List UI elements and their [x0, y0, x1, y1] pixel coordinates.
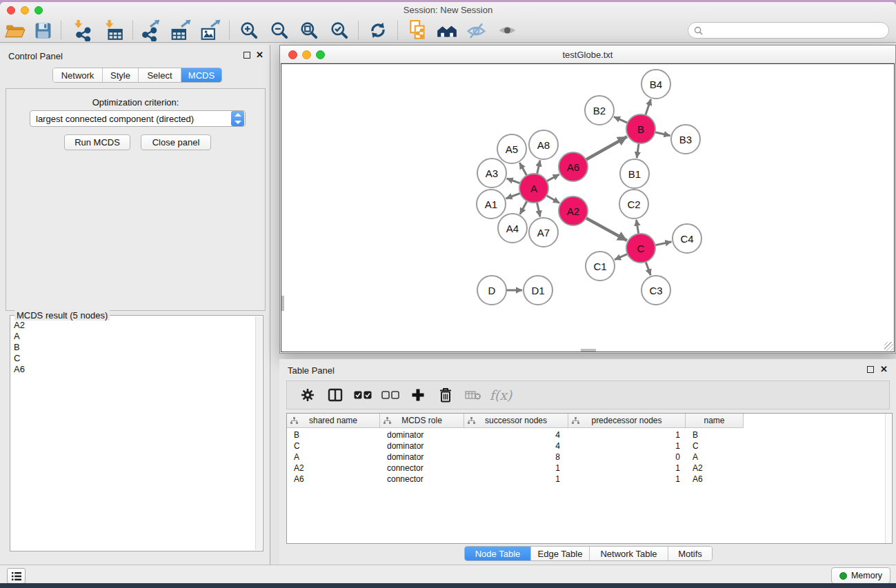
graph-node-label: C [637, 243, 645, 254]
optimization-select[interactable]: largest connected component (directed) [30, 110, 246, 127]
plus-icon [411, 388, 425, 402]
graph-edge[interactable] [614, 116, 629, 123]
mcds-result-item[interactable]: B [14, 342, 263, 353]
column-header[interactable]: MCDS role [380, 414, 464, 428]
graph-edge[interactable] [615, 254, 629, 260]
graph-node-label: C1 [593, 261, 606, 272]
trash-icon [439, 387, 452, 403]
export-network-button[interactable] [139, 19, 162, 41]
graph-edge[interactable] [637, 142, 639, 158]
graph-edge[interactable] [507, 179, 521, 184]
open-file-button[interactable] [3, 19, 27, 41]
zoom-selected-icon [330, 21, 349, 40]
export-table-button[interactable] [169, 19, 192, 41]
save-session-button[interactable] [31, 19, 54, 41]
table-cell: 1 [464, 463, 568, 474]
graph-edge[interactable] [585, 217, 627, 241]
graph-edge[interactable] [545, 195, 559, 203]
table-settings-button[interactable] [294, 383, 321, 407]
graph-edge[interactable] [654, 242, 672, 245]
network-view[interactable]: B4B2BB3A5A8A6A3B1AA1C2A2A4A7C4CC1DD1C3 [281, 63, 895, 352]
function-builder-button[interactable]: f(x) [487, 383, 515, 407]
mcds-result-scrollbar[interactable] [255, 316, 262, 550]
first-neighbors-button[interactable] [435, 19, 459, 41]
graph-edge[interactable] [537, 160, 540, 175]
deselect-all-columns-button[interactable] [377, 383, 404, 407]
mcds-result-item[interactable]: C [14, 353, 263, 364]
delete-table-button[interactable] [459, 383, 487, 407]
tab-edge-table[interactable]: Edge Table [531, 547, 590, 560]
graph-node-label: A2 [567, 205, 579, 217]
tab-network-table[interactable]: Network Table [590, 547, 668, 560]
tab-node-table[interactable]: Node Table [465, 547, 531, 560]
mcds-result-item[interactable]: A [14, 331, 263, 342]
float-panel-icon[interactable] [243, 52, 250, 59]
column-header-label: successor nodes [485, 416, 547, 425]
show-all-button[interactable] [495, 19, 519, 41]
network-window-titlebar[interactable]: testGlobe.txt [280, 45, 895, 63]
table-cell: 1 [568, 429, 686, 440]
graph-edge[interactable] [537, 201, 540, 217]
table-row[interactable]: Cdominator41C [287, 440, 892, 452]
export-image-button[interactable] [199, 19, 222, 41]
zoom-fit-button[interactable] [297, 19, 321, 41]
select-all-columns-button[interactable] [349, 383, 377, 407]
tab-motifs[interactable]: Motifs [668, 547, 712, 560]
column-header[interactable]: predecessor nodes [568, 414, 686, 428]
new-network-from-selection-button[interactable] [406, 19, 430, 41]
column-header[interactable]: shared name [287, 414, 380, 428]
tab-style[interactable]: Style [103, 68, 139, 82]
graph-edge[interactable] [585, 136, 627, 160]
search-input[interactable] [706, 23, 888, 37]
table-cell: A [686, 452, 744, 463]
zoom-in-button[interactable] [237, 19, 261, 41]
close-panel-button[interactable]: Close panel [141, 134, 211, 150]
table-row[interactable]: Bdominator41B [287, 429, 892, 440]
tab-network[interactable]: Network [53, 68, 103, 82]
refresh-button[interactable] [366, 19, 390, 41]
column-header[interactable]: successor nodes [464, 414, 568, 428]
import-table-button[interactable] [102, 19, 126, 41]
table-cell: A6 [287, 474, 380, 485]
table-row[interactable]: A2connector11A2 [287, 463, 892, 474]
birdseye-handle-left[interactable] [281, 296, 284, 311]
delete-columns-button[interactable] [432, 383, 459, 407]
table-row[interactable]: Adominator80A [287, 452, 892, 463]
import-network-button[interactable] [71, 19, 94, 41]
tab-mcds[interactable]: MCDS [181, 68, 221, 82]
show-columns-button[interactable] [321, 383, 349, 407]
zoom-selected-button[interactable] [328, 19, 351, 41]
table-row[interactable]: A6connector11A6 [287, 474, 892, 485]
graph-node-label: C3 [649, 285, 662, 296]
network-canvas[interactable]: B4B2BB3A5A8A6A3B1AA1C2A2A4A7C4CC1DD1C3 [281, 64, 895, 353]
mcds-result-item[interactable]: A6 [14, 364, 263, 375]
zoom-out-button[interactable] [268, 19, 291, 41]
table-scrollbar[interactable] [885, 414, 892, 543]
control-panel-tabs: Network Style Select MCDS [52, 68, 222, 83]
mcds-result-item[interactable]: A2 [14, 320, 263, 331]
graph-node-label: A7 [537, 227, 550, 239]
graph-edge[interactable] [546, 174, 559, 182]
graph-edge[interactable] [506, 193, 522, 199]
create-column-button[interactable] [404, 383, 432, 407]
graph-edge[interactable] [520, 200, 528, 214]
gear-icon [300, 387, 315, 403]
graph-edge[interactable] [645, 261, 650, 275]
open-folder-icon [5, 21, 26, 40]
column-header[interactable]: name [686, 414, 744, 428]
task-history-button[interactable] [7, 568, 26, 583]
graph-edge[interactable] [637, 220, 639, 236]
close-table-panel-icon[interactable]: ✕ [880, 364, 888, 374]
graph-edge[interactable] [519, 163, 527, 176]
graph-edge[interactable] [654, 132, 670, 136]
hide-selected-button[interactable] [464, 19, 488, 41]
resize-grip-icon[interactable] [884, 342, 893, 351]
column-header-label: predecessor nodes [591, 416, 661, 425]
memory-button[interactable]: Memory [831, 567, 890, 583]
graph-edge[interactable] [645, 99, 651, 116]
tab-select[interactable]: Select [139, 68, 181, 82]
close-panel-icon[interactable]: ✕ [256, 50, 263, 60]
float-table-panel-icon[interactable] [867, 366, 874, 373]
run-mcds-button[interactable]: Run MCDS [64, 134, 130, 150]
birdseye-handle-bottom[interactable] [581, 349, 596, 352]
